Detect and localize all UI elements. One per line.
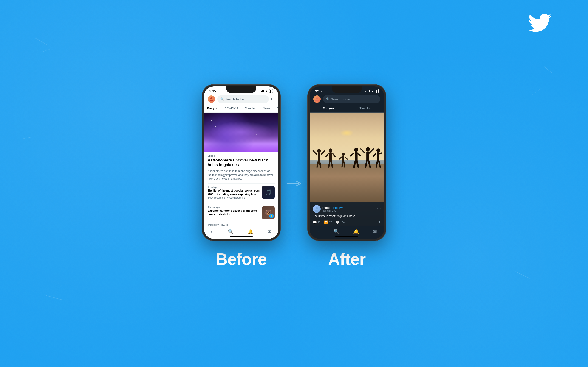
trending-item-2: 2 hours ago Experts fear drone caused di… (208, 204, 275, 221)
svg-rect-35 (377, 152, 380, 161)
after-header: 🔍 Search Twitter (310, 94, 384, 104)
trending-count-1: 5,094 people are Tweeting about this (208, 197, 259, 199)
trending-thumb-2: 🐻 ⚡ (262, 206, 275, 219)
more-options-icon[interactable]: ••• (377, 207, 381, 211)
svg-line-14 (329, 160, 330, 167)
svg-line-8 (317, 161, 318, 167)
tab-covid[interactable]: COVID-19 (221, 104, 242, 112)
tweet-actions: 💬 15 🔁 17 🤍 154 ⬆ (313, 220, 381, 224)
comment-count: 15 (318, 221, 320, 224)
follow-button[interactable]: Follow (333, 206, 343, 209)
before-search-bar[interactable]: 🔍 Search Twitter (217, 95, 269, 103)
after-time: 9:15 (315, 89, 321, 93)
settings-icon[interactable]: ⚙ (271, 97, 275, 102)
trending-thumb-1: 🎵 (262, 186, 275, 199)
after-tab-for-you[interactable]: For you (310, 104, 347, 112)
home-indicator (230, 236, 253, 237)
retweet-count: 17 (329, 221, 332, 224)
after-tabs: For you Trending (310, 104, 384, 113)
tweet-avatar[interactable] (313, 205, 321, 213)
tab-news[interactable]: News (259, 104, 274, 112)
trending-label-2: 2 hours ago (208, 206, 259, 209)
svg-line-6 (313, 151, 317, 154)
silhouette-group (310, 135, 384, 169)
tweet-handle: @patel_232 (322, 209, 377, 212)
tweet-overlay: Patel · Follow @patel_232 ••• The ultima… (310, 202, 384, 226)
nav-bell-icon[interactable]: 🔔 (248, 229, 253, 234)
svg-line-9 (319, 161, 321, 167)
after-phone: 9:15 ▲ ▌ (308, 85, 386, 241)
svg-point-22 (354, 148, 358, 152)
after-nav-home-icon[interactable]: ⌂ (317, 229, 320, 234)
before-avatar[interactable] (208, 95, 215, 103)
after-video-content: Patel · Follow @patel_232 ••• The ultima… (310, 113, 384, 226)
svg-line-39 (379, 161, 380, 167)
svg-line-21 (344, 162, 345, 167)
svg-point-10 (329, 148, 332, 152)
tweet-header: Patel · Follow @patel_232 ••• (313, 205, 381, 213)
tab-for-you[interactable]: For you (204, 104, 221, 112)
after-status-icons: ▲ ▌ (365, 89, 379, 93)
nav-mail-icon[interactable]: ✉ (267, 229, 271, 234)
svg-line-15 (331, 160, 332, 167)
svg-line-25 (358, 154, 361, 156)
after-search-bar[interactable]: 🔍 Search Twitter (323, 95, 380, 103)
svg-line-13 (333, 154, 335, 157)
svg-line-12 (326, 154, 328, 157)
before-status-icons: ▲ ▌ (260, 89, 273, 93)
trending-item-1: Trending The list of the most popular so… (208, 184, 275, 201)
comment-action[interactable]: 💬 15 (313, 220, 320, 224)
before-news-content: Space Astronomers uncover new black hole… (204, 152, 278, 226)
after-wifi-icon: ▲ (371, 90, 374, 93)
svg-point-2 (316, 98, 318, 99)
svg-point-41 (315, 210, 319, 212)
article-category: Space (208, 154, 275, 157)
svg-point-4 (317, 149, 321, 152)
svg-line-37 (380, 153, 382, 154)
svg-line-32 (365, 160, 367, 167)
svg-rect-11 (329, 152, 332, 160)
trending-headline-2: Experts fear drone caused distress to be… (208, 209, 259, 216)
before-tabs: For you COVID-19 Trending News Sports (204, 104, 278, 113)
after-nav-mail-icon[interactable]: ✉ (373, 229, 377, 234)
svg-line-30 (361, 149, 365, 153)
twitter-logo (528, 14, 551, 33)
nav-home-icon[interactable]: ⌂ (211, 229, 214, 234)
search-icon: 🔍 (221, 98, 224, 101)
tab-sports[interactable]: Sports (274, 104, 278, 112)
svg-point-3 (315, 100, 319, 101)
nav-search-icon[interactable]: 🔍 (228, 229, 233, 234)
retweet-icon: 🔁 (324, 220, 328, 224)
article-headline: Astronomers uncover new black holes in g… (208, 158, 275, 167)
tweet-dot: · (331, 206, 332, 209)
before-section: 9:15 ▲ ▌ (202, 85, 280, 269)
after-nav-search-icon[interactable]: 🔍 (334, 229, 339, 234)
svg-line-38 (376, 161, 378, 167)
after-nav-bell-icon[interactable]: 🔔 (353, 229, 359, 234)
phone-notch (226, 86, 256, 93)
svg-point-16 (342, 153, 345, 156)
after-section: 9:15 ▲ ▌ (308, 85, 386, 269)
comment-icon: 💬 (313, 220, 317, 224)
tweet-text: The ultimate reset: Yoga at sunrise (313, 214, 381, 218)
after-avatar[interactable] (313, 95, 321, 103)
svg-line-18 (339, 157, 342, 159)
like-action[interactable]: 🤍 154 (336, 220, 345, 224)
after-tab-trending[interactable]: Trending (347, 104, 384, 112)
retweet-action[interactable]: 🔁 17 (324, 220, 332, 224)
tab-trending[interactable]: Trending (242, 104, 260, 112)
after-label: After (328, 250, 365, 269)
tweet-username: Patel (322, 206, 330, 209)
before-phone: 9:15 ▲ ▌ (202, 85, 280, 241)
wifi-icon: ▲ (265, 90, 268, 93)
trending-label-1: Trending (208, 186, 259, 189)
before-search-placeholder: Search Twitter (225, 98, 244, 101)
before-header: 🔍 Search Twitter ⚙ (204, 94, 278, 104)
svg-rect-17 (342, 156, 344, 162)
after-signal-icon (365, 90, 370, 92)
svg-point-28 (366, 147, 370, 151)
before-label: Before (216, 250, 267, 269)
svg-rect-5 (318, 153, 320, 161)
svg-line-26 (354, 161, 355, 167)
share-icon[interactable]: ⬆ (378, 220, 381, 224)
